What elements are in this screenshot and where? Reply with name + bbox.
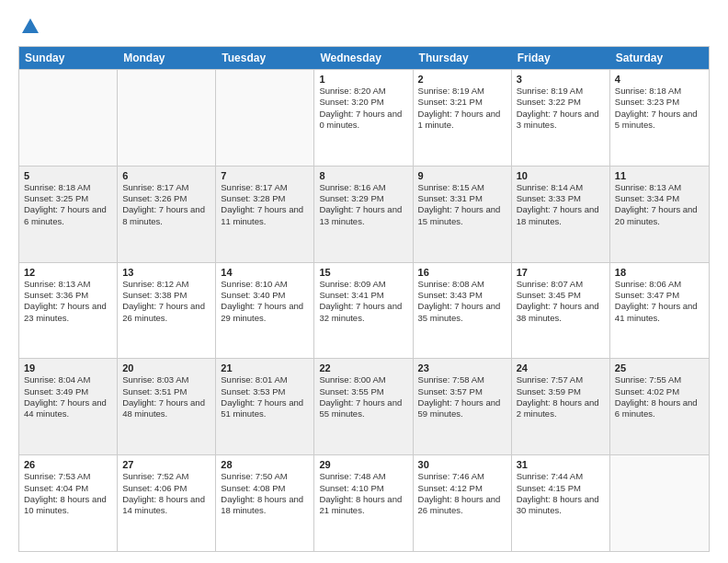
sunset-text: Sunset: 3:49 PM xyxy=(24,386,112,397)
sunrise-text: Sunrise: 7:48 AM xyxy=(319,471,407,482)
sunset-text: Sunset: 3:31 PM xyxy=(418,193,506,204)
sunrise-text: Sunrise: 8:19 AM xyxy=(418,86,506,97)
calendar-row: 5 Sunrise: 8:18 AM Sunset: 3:25 PM Dayli… xyxy=(19,166,709,262)
sunrise-text: Sunrise: 7:57 AM xyxy=(517,374,605,385)
calendar-body: 1 Sunrise: 8:20 AM Sunset: 3:20 PM Dayli… xyxy=(19,69,709,551)
calendar-cell: 7 Sunrise: 8:17 AM Sunset: 3:28 PM Dayli… xyxy=(216,167,314,262)
sunset-text: Sunset: 3:41 PM xyxy=(319,290,407,301)
daylight-text: Daylight: 7 hours and 3 minutes. xyxy=(517,109,605,132)
day-number: 18 xyxy=(615,267,704,278)
sunrise-text: Sunrise: 8:20 AM xyxy=(319,86,407,97)
calendar-cell: 22 Sunrise: 8:00 AM Sunset: 3:55 PM Dayl… xyxy=(314,359,413,454)
sunset-text: Sunset: 3:40 PM xyxy=(221,290,309,301)
sunrise-text: Sunrise: 8:12 AM xyxy=(122,279,210,290)
sunset-text: Sunset: 3:23 PM xyxy=(615,97,704,108)
daylight-text: Daylight: 7 hours and 29 minutes. xyxy=(221,301,309,324)
sunrise-text: Sunrise: 7:58 AM xyxy=(418,374,506,385)
sunrise-text: Sunrise: 8:17 AM xyxy=(221,182,309,193)
daylight-text: Daylight: 7 hours and 26 minutes. xyxy=(122,301,210,324)
daylight-text: Daylight: 8 hours and 30 minutes. xyxy=(517,494,605,517)
calendar-row: 12 Sunrise: 8:13 AM Sunset: 3:36 PM Dayl… xyxy=(19,262,709,359)
daylight-text: Daylight: 7 hours and 15 minutes. xyxy=(418,204,506,227)
day-number: 28 xyxy=(221,459,309,470)
calendar-cell: 12 Sunrise: 8:13 AM Sunset: 3:36 PM Dayl… xyxy=(19,263,118,359)
day-number: 5 xyxy=(24,170,112,181)
sunset-text: Sunset: 4:10 PM xyxy=(319,483,407,494)
sunset-text: Sunset: 3:47 PM xyxy=(615,290,704,301)
sunset-text: Sunset: 3:51 PM xyxy=(122,386,210,397)
daylight-text: Daylight: 7 hours and 35 minutes. xyxy=(418,301,506,324)
sunrise-text: Sunrise: 7:50 AM xyxy=(221,471,309,482)
calendar-cell: 13 Sunrise: 8:12 AM Sunset: 3:38 PM Dayl… xyxy=(118,263,216,359)
sunrise-text: Sunrise: 8:16 AM xyxy=(319,182,407,193)
sunset-text: Sunset: 4:15 PM xyxy=(517,483,605,494)
sunset-text: Sunset: 3:25 PM xyxy=(24,193,112,204)
calendar-cell: 14 Sunrise: 8:10 AM Sunset: 3:40 PM Dayl… xyxy=(216,263,314,359)
sunset-text: Sunset: 3:45 PM xyxy=(517,290,605,301)
calendar-cell: 27 Sunrise: 7:52 AM Sunset: 4:06 PM Dayl… xyxy=(118,455,216,551)
sunset-text: Sunset: 3:29 PM xyxy=(319,193,407,204)
day-number: 30 xyxy=(418,459,506,470)
calendar-cell: 20 Sunrise: 8:03 AM Sunset: 3:51 PM Dayl… xyxy=(118,359,216,454)
sunrise-text: Sunrise: 8:18 AM xyxy=(615,86,704,97)
calendar-header: SundayMondayTuesdayWednesdayThursdayFrid… xyxy=(19,47,709,69)
calendar-cell: 8 Sunrise: 8:16 AM Sunset: 3:29 PM Dayli… xyxy=(314,167,413,262)
sunset-text: Sunset: 3:33 PM xyxy=(517,193,605,204)
sunset-text: Sunset: 3:53 PM xyxy=(221,386,309,397)
daylight-text: Daylight: 7 hours and 23 minutes. xyxy=(24,301,112,324)
calendar-cell: 25 Sunrise: 7:55 AM Sunset: 4:02 PM Dayl… xyxy=(610,359,709,454)
svg-marker-0 xyxy=(22,18,39,33)
day-number: 25 xyxy=(615,362,704,373)
sunset-text: Sunset: 4:04 PM xyxy=(24,483,112,494)
daylight-text: Daylight: 7 hours and 8 minutes. xyxy=(122,204,210,227)
day-number: 1 xyxy=(319,74,407,85)
day-number: 26 xyxy=(24,459,112,470)
logo-icon xyxy=(20,17,40,37)
sunrise-text: Sunrise: 8:13 AM xyxy=(24,279,112,290)
calendar-cell xyxy=(19,70,118,166)
sunset-text: Sunset: 3:21 PM xyxy=(418,97,506,108)
day-number: 9 xyxy=(418,170,506,181)
sunset-text: Sunset: 4:12 PM xyxy=(418,483,506,494)
daylight-text: Daylight: 7 hours and 41 minutes. xyxy=(615,301,704,324)
calendar-cell: 11 Sunrise: 8:13 AM Sunset: 3:34 PM Dayl… xyxy=(610,167,709,262)
sunrise-text: Sunrise: 7:55 AM xyxy=(615,374,704,385)
sunset-text: Sunset: 3:34 PM xyxy=(615,193,704,204)
sunset-text: Sunset: 3:22 PM xyxy=(517,97,605,108)
calendar-cell: 18 Sunrise: 8:06 AM Sunset: 3:47 PM Dayl… xyxy=(610,263,709,359)
sunrise-text: Sunrise: 8:10 AM xyxy=(221,279,309,290)
day-number: 13 xyxy=(122,267,210,278)
day-number: 12 xyxy=(24,267,112,278)
day-number: 3 xyxy=(517,74,605,85)
header xyxy=(18,15,710,37)
calendar-cell: 4 Sunrise: 8:18 AM Sunset: 3:23 PM Dayli… xyxy=(610,70,709,166)
daylight-text: Daylight: 7 hours and 6 minutes. xyxy=(24,204,112,227)
day-number: 31 xyxy=(517,459,605,470)
daylight-text: Daylight: 8 hours and 26 minutes. xyxy=(418,494,506,517)
daylight-text: Daylight: 8 hours and 18 minutes. xyxy=(221,494,309,517)
day-of-week-friday: Friday xyxy=(512,47,610,69)
daylight-text: Daylight: 8 hours and 21 minutes. xyxy=(319,494,407,517)
day-number: 2 xyxy=(418,74,506,85)
sunrise-text: Sunrise: 8:17 AM xyxy=(122,182,210,193)
sunrise-text: Sunrise: 7:53 AM xyxy=(24,471,112,482)
sunrise-text: Sunrise: 7:46 AM xyxy=(418,471,506,482)
sunrise-text: Sunrise: 8:18 AM xyxy=(24,182,112,193)
sunrise-text: Sunrise: 8:01 AM xyxy=(221,374,309,385)
daylight-text: Daylight: 7 hours and 55 minutes. xyxy=(319,397,407,420)
day-number: 8 xyxy=(319,170,407,181)
sunrise-text: Sunrise: 8:08 AM xyxy=(418,279,506,290)
calendar-cell: 1 Sunrise: 8:20 AM Sunset: 3:20 PM Dayli… xyxy=(314,70,413,166)
sunset-text: Sunset: 4:02 PM xyxy=(615,386,704,397)
day-number: 29 xyxy=(319,459,407,470)
day-number: 19 xyxy=(24,362,112,373)
daylight-text: Daylight: 7 hours and 13 minutes. xyxy=(319,204,407,227)
calendar-cell: 28 Sunrise: 7:50 AM Sunset: 4:08 PM Dayl… xyxy=(216,455,314,551)
daylight-text: Daylight: 8 hours and 10 minutes. xyxy=(24,494,112,517)
daylight-text: Daylight: 7 hours and 32 minutes. xyxy=(319,301,407,324)
sunrise-text: Sunrise: 8:03 AM xyxy=(122,374,210,385)
daylight-text: Daylight: 7 hours and 1 minute. xyxy=(418,109,506,132)
sunrise-text: Sunrise: 7:52 AM xyxy=(122,471,210,482)
sunset-text: Sunset: 4:08 PM xyxy=(221,483,309,494)
sunrise-text: Sunrise: 8:14 AM xyxy=(517,182,605,193)
